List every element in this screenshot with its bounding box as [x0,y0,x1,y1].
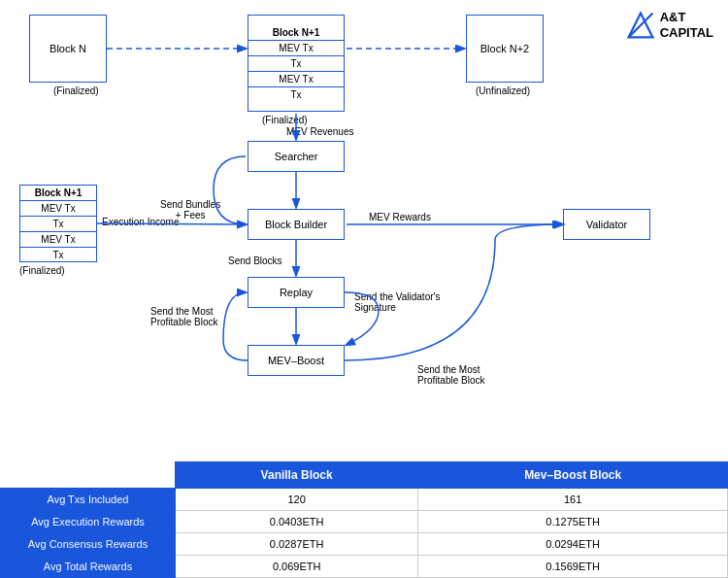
table-row: Avg Total Rewards 0.069ETH 0.1569ETH [1,556,728,578]
row-mev-boost-3: 0.1569ETH [418,556,728,578]
row-mev-boost-1: 0.1275ETH [418,511,728,533]
row-vanilla-2: 0.0287ETH [176,533,418,556]
row-vanilla-3: 0.069ETH [176,556,418,578]
block-n1-center-box: Block N+1 MEV Tx Tx MEV Tx Tx [248,15,345,112]
finalized2-label: (Finalized) [262,115,308,125]
logo-icon [625,10,656,41]
mev-rewards-label: MEV Rewards [369,212,431,222]
row-label-1: Avg Execution Rewards [1,511,176,533]
left-block-finalized-label: (Finalized) [19,265,65,276]
unfinalized-label: (Unfinalized) [476,85,530,96]
logo-text: A&T CAPITAL [660,10,713,40]
row-label-3: Avg Total Rewards [1,556,176,578]
col-mev-boost: Mev–Boost Block [418,462,728,489]
row-mev-boost-0: 161 [418,489,728,511]
row-vanilla-0: 120 [176,489,418,511]
send-most-profitable-label: Send the Most Profitable Block [150,306,217,327]
block-n2-label: Block N+2 [480,43,529,54]
left-block-row-3: MEV Tx [20,232,96,248]
block-builder-box: Block Builder [248,209,345,240]
block-builder-label: Block Builder [265,219,327,230]
mev-boost-label: MEV–Boost [268,355,324,366]
svg-line-1 [628,14,652,38]
send-blocks-label: Send Blocks [228,255,282,266]
mev-revenues-label: MEV Revenues [286,126,353,137]
block-n2-box: Block N+2 [466,15,544,83]
block-n1-title: Block N+1 [248,25,344,41]
validator-box: Validator [563,209,650,240]
logo: A&T CAPITAL [625,10,713,41]
replay-box: Replay [248,277,345,308]
block-n-label: Block N [50,43,86,54]
searcher-label: Searcher [275,151,318,162]
block-n-box: Block N [29,15,107,83]
data-table: Vanilla Block Mev–Boost Block Avg Txs In… [0,461,728,578]
mev-boost-box: MEV–Boost [248,345,345,376]
table-row: Avg Consensus Rewards 0.0287ETH 0.0294ET… [1,533,728,556]
row-label-0: Avg Txs Included [1,489,176,511]
row-label-2: Avg Consensus Rewards [1,533,176,556]
validator-label: Validator [586,219,628,230]
row-vanilla-1: 0.0403ETH [176,511,418,533]
left-block-row-2: Tx [20,217,96,232]
send-most-profitable2-label: Send the Most Profitable Block [417,364,484,386]
searcher-box: Searcher [248,141,345,172]
left-block-title: Block N+1 [20,186,96,201]
block-n1-row-2: Tx [248,56,344,72]
table-row: Avg Execution Rewards 0.0403ETH 0.1275ET… [1,511,728,533]
col-vanilla: Vanilla Block [176,462,418,489]
execution-income-label: Execution Income [102,217,180,227]
send-validator-sig-label: Send the Validator's Signature [354,291,440,313]
block-n1-row-4: Tx [248,87,344,102]
left-block-box: Block N+1 MEV Tx Tx MEV Tx Tx [19,185,97,262]
row-mev-boost-2: 0.0294ETH [418,533,728,556]
left-block-row-4: Tx [20,248,96,262]
diagram-area: A&T CAPITAL Block N Block N+1 MEV Tx Tx … [0,0,728,418]
block-n1-row-1: MEV Tx [248,41,344,56]
left-block-row-1: MEV Tx [20,201,96,217]
block-n1-row-3: MEV Tx [248,72,344,87]
replay-label: Replay [280,287,313,298]
table-row: Avg Txs Included 120 161 [1,489,728,511]
finalized1-label: (Finalized) [53,85,99,96]
